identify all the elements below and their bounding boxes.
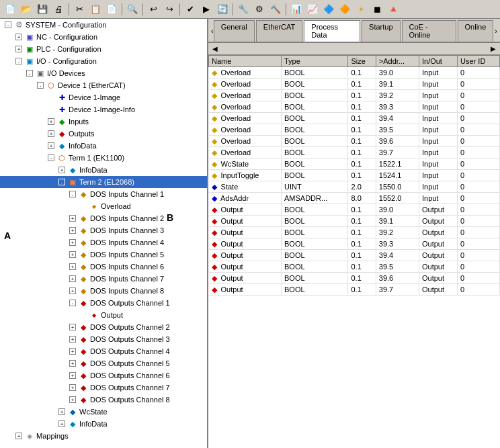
- toolbar-btn-config3[interactable]: 🔨: [268, 2, 283, 17]
- table-row[interactable]: ◆ Overload BOOL 0.1 39.3 Input 0: [209, 101, 500, 113]
- expand-nc[interactable]: +: [13, 32, 24, 42]
- toolbar-btn-io3[interactable]: 🔷: [321, 2, 336, 17]
- tab-startup[interactable]: Startup: [362, 20, 400, 42]
- tree-item-wcstate[interactable]: + ◆ WcState: [0, 406, 207, 418]
- toolbar-btn-check[interactable]: ✔: [183, 2, 198, 17]
- table-row[interactable]: ◆ Output BOOL 0.1 39.2 Output 0: [209, 227, 500, 238]
- tree-item-dos-ch2[interactable]: + ◆ DOS Inputs Channel 2: [0, 212, 207, 224]
- expand-outputs[interactable]: +: [46, 128, 56, 139]
- tree-item-dos-out-ch4[interactable]: + ◆ DOS Outputs Channel 4: [0, 345, 207, 357]
- tree-item-dos-out-ch5[interactable]: + ◆ DOS Outputs Channel 5: [0, 357, 207, 369]
- tab-ethercat[interactable]: EtherCAT: [256, 20, 302, 42]
- expand-device1[interactable]: -: [35, 80, 46, 91]
- tree-item-device1-image[interactable]: ✚ Device 1-Image: [0, 91, 207, 103]
- expand-plc[interactable]: +: [13, 44, 24, 54]
- toolbar-btn-open[interactable]: 📂: [19, 2, 34, 17]
- table-row[interactable]: ◆ AdsAddr AMSADDR... 8.0 1552.0 Input 0: [209, 193, 500, 204]
- tree-item-dos-out-ch3[interactable]: + ◆ DOS Outputs Channel 3: [0, 333, 207, 345]
- tree-item-mappings[interactable]: + ◈ Mappings: [0, 430, 207, 442]
- toolbar-btn-undo[interactable]: ↩: [146, 2, 161, 17]
- tree-item-device1[interactable]: - ⬡ Device 1 (EtherCAT): [0, 79, 207, 91]
- table-row[interactable]: ◆ State UINT 2.0 1550.0 Input 0: [209, 181, 500, 193]
- tab-scroll-right[interactable]: ›: [495, 20, 497, 42]
- expand-term1[interactable]: -: [46, 152, 56, 163]
- toolbar-btn-io5[interactable]: 🔸: [353, 2, 368, 17]
- tree-item-dos-ch7[interactable]: + ◆ DOS Inputs Channel 7: [0, 273, 207, 285]
- table-row[interactable]: ◆ Output BOOL 0.1 39.5 Output 0: [209, 261, 500, 273]
- toolbar-btn-activate[interactable]: ▶: [199, 2, 214, 17]
- tree-item-dos-ch3[interactable]: + ◆ DOS Inputs Channel 3: [0, 224, 207, 236]
- toolbar-btn-io2[interactable]: 📈: [305, 2, 320, 17]
- tree-item-dos-out-ch7[interactable]: + ◆ DOS Outputs Channel 7: [0, 382, 207, 394]
- table-row[interactable]: ◆ Output BOOL 0.1 39.0 Output 0: [209, 204, 500, 216]
- expand-term2[interactable]: -: [56, 177, 67, 187]
- scroll-right-arrow[interactable]: ▶: [487, 44, 500, 54]
- tree-item-dos-out-ch8[interactable]: + ◆ DOS Outputs Channel 8: [0, 394, 207, 406]
- table-row[interactable]: ◆ Overload BOOL 0.1 39.1 Input 0: [209, 79, 500, 90]
- tree-item-dos-out-ch2[interactable]: + ◆ DOS Outputs Channel 2: [0, 321, 207, 333]
- tree-item-term2[interactable]: - ▣ Term 2 (EL2068): [0, 176, 207, 188]
- tree-item-overload1[interactable]: ◆ Overload: [0, 200, 207, 212]
- table-row[interactable]: ◆ WcState BOOL 0.1 1522.1 Input 0: [209, 159, 500, 170]
- toolbar-btn-redo[interactable]: ↪: [162, 2, 177, 17]
- tree-item-dos-ch6[interactable]: + ◆ DOS Inputs Channel 6: [0, 261, 207, 273]
- expand-dos-ch4[interactable]: +: [67, 237, 78, 248]
- table-row[interactable]: ◆ Overload BOOL 0.1 39.7 Input 0: [209, 147, 500, 159]
- toolbar-btn-new[interactable]: 📄: [3, 2, 17, 17]
- tab-coe-online[interactable]: CoE - Online: [402, 20, 456, 42]
- expand-inputs[interactable]: +: [46, 116, 56, 127]
- tree-item-inputs[interactable]: + ◆ Inputs: [0, 116, 207, 128]
- tree-item-dos-out-ch6[interactable]: + ◆ DOS Outputs Channel 6: [0, 369, 207, 382]
- tree-item-io-devices[interactable]: - ▣ I/O Devices: [0, 67, 207, 79]
- tree-item-io[interactable]: - ▣ I/O - Configuration: [0, 55, 207, 67]
- tab-processdata[interactable]: Process Data: [304, 20, 360, 42]
- tree-item-nc[interactable]: + ▣ NC - Configuration: [0, 31, 207, 43]
- expand-mappings[interactable]: +: [13, 431, 24, 441]
- expand-system[interactable]: -: [3, 19, 13, 30]
- tree-item-term1[interactable]: - ⬡ Term 1 (EK1100): [0, 152, 207, 164]
- toolbar-btn-config2[interactable]: ⚙: [252, 2, 267, 17]
- tree-item-dos-out-ch1[interactable]: - ◆ DOS Outputs Channel 1: [0, 297, 207, 309]
- tree-item-dos-ch1[interactable]: - ◆ DOS Inputs Channel 1: [0, 188, 207, 200]
- toolbar-btn-cut[interactable]: ✂: [72, 2, 87, 17]
- expand-infodata2[interactable]: +: [56, 165, 67, 175]
- table-row[interactable]: ◆ Output BOOL 0.1 39.3 Output 0: [209, 238, 500, 250]
- expand-dos-out-ch5[interactable]: +: [67, 358, 78, 369]
- tree-item-dos-ch5[interactable]: + ◆ DOS Inputs Channel 5: [0, 249, 207, 261]
- table-row[interactable]: ◆ Output BOOL 0.1 39.6 Output 0: [209, 273, 500, 284]
- table-row[interactable]: ◆ Output BOOL 0.1 39.4 Output 0: [209, 250, 500, 261]
- tree-item-outputs[interactable]: + ◆ Outputs: [0, 128, 207, 140]
- expand-dos-ch1[interactable]: -: [67, 189, 78, 199]
- expand-dos-out-ch7[interactable]: +: [67, 382, 78, 393]
- expand-dos-out-ch4[interactable]: +: [67, 346, 78, 357]
- expand-infodata3[interactable]: +: [56, 418, 67, 429]
- table-row[interactable]: ◆ InputToggle BOOL 0.1 1524.1 Input 0: [209, 170, 500, 181]
- toolbar-btn-io4[interactable]: 🔶: [337, 2, 352, 17]
- table-row[interactable]: ◆ Output BOOL 0.1 39.1 Output 0: [209, 216, 500, 227]
- expand-dos-out-ch3[interactable]: +: [67, 334, 78, 345]
- toolbar-btn-print[interactable]: 🖨: [51, 2, 66, 17]
- expand-dos-out-ch1[interactable]: -: [67, 298, 78, 308]
- tree-item-infodata1[interactable]: + ◆ InfoData: [0, 140, 207, 152]
- toolbar-btn-refresh[interactable]: 🔄: [215, 2, 230, 17]
- table-row[interactable]: ◆ Output BOOL 0.1 39.7 Output 0: [209, 284, 500, 296]
- scroll-left-arrow[interactable]: ◀: [208, 44, 222, 54]
- expand-dos-ch6[interactable]: +: [67, 261, 78, 272]
- toolbar-btn-paste[interactable]: 📄: [104, 2, 119, 17]
- toolbar-btn-io7[interactable]: 🔺: [386, 2, 401, 17]
- expand-dos-ch2[interactable]: +: [67, 213, 78, 224]
- expand-wcstate[interactable]: +: [56, 406, 67, 417]
- tree-item-system[interactable]: - ⚙ SYSTEM - Configuration: [0, 19, 207, 31]
- table-row[interactable]: ◆ Overload BOOL 0.1 39.6 Input 0: [209, 136, 500, 147]
- tree-item-device1-imageinfo[interactable]: ✚ Device 1-Image-Info: [0, 103, 207, 116]
- expand-dos-out-ch2[interactable]: +: [67, 322, 78, 332]
- toolbar-btn-copy[interactable]: 📋: [88, 2, 103, 17]
- tree-item-dos-ch8[interactable]: + ◆ DOS Inputs Channel 8: [0, 285, 207, 297]
- expand-io-devices[interactable]: -: [24, 68, 35, 79]
- tree-item-output1[interactable]: ◆ Output: [0, 309, 207, 321]
- table-row[interactable]: ◆ Overload BOOL 0.1 39.5 Input 0: [209, 124, 500, 136]
- toolbar-btn-config1[interactable]: 🔧: [236, 2, 251, 17]
- tab-online[interactable]: Online: [458, 20, 494, 42]
- tab-general[interactable]: General: [214, 20, 255, 42]
- toolbar-btn-save[interactable]: 💾: [35, 2, 50, 17]
